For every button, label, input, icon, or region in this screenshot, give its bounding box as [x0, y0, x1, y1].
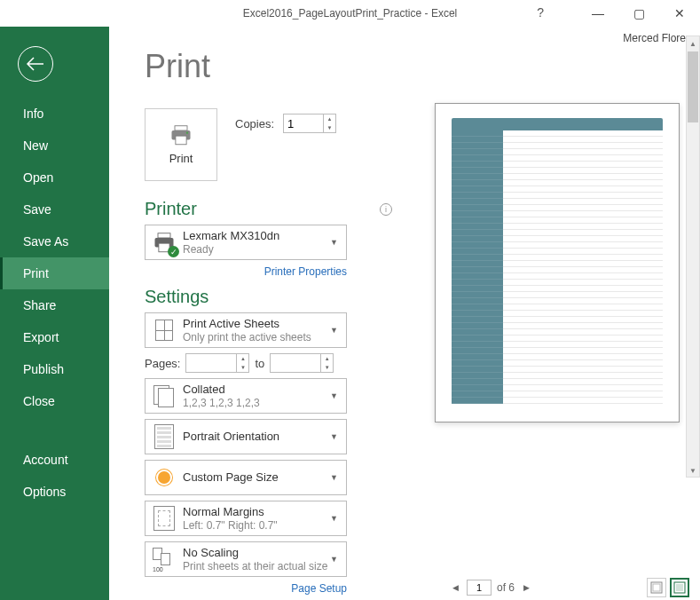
settings-heading: Settings	[145, 287, 208, 307]
orientation-dropdown[interactable]: Portrait Orientation ▼	[145, 419, 347, 454]
help-icon[interactable]: ?	[537, 5, 544, 20]
margins-line2: Left: 0.7" Right: 0.7"	[183, 519, 330, 532]
dropdown-caret-icon: ▼	[330, 432, 341, 441]
page-number-input[interactable]	[467, 580, 492, 596]
nav-options[interactable]: Options	[0, 476, 109, 508]
nav-info[interactable]: Info	[0, 98, 109, 130]
prev-page-button[interactable]: ◀	[449, 581, 461, 594]
minimize-button[interactable]: —	[578, 0, 618, 27]
svg-rect-8	[653, 584, 660, 591]
dropdown-caret-icon: ▼	[330, 391, 341, 400]
nav-save-as[interactable]: Save As	[0, 225, 109, 257]
page-title: Print	[145, 48, 397, 85]
collate-dropdown[interactable]: Collated 1,2,3 1,2,3 1,2,3 ▼	[145, 378, 347, 414]
printer-heading: Printer	[145, 199, 197, 219]
maximize-button[interactable]: ▢	[618, 0, 659, 27]
margins-toggle-icon	[650, 581, 663, 594]
portrait-icon	[154, 424, 174, 449]
pages-from-input[interactable]	[186, 357, 224, 370]
paper-line1: Custom Page Size	[183, 470, 330, 485]
spinner-down-icon[interactable]: ▼	[324, 123, 335, 132]
pages-to-spinner[interactable]: ▲▼	[270, 353, 334, 373]
dropdown-caret-icon: ▼	[330, 326, 341, 335]
scroll-down-icon[interactable]: ▼	[687, 463, 699, 478]
margins-icon	[153, 506, 175, 531]
back-arrow-icon	[26, 56, 45, 72]
printer-dropdown[interactable]: ✓ Lexmark MX310dn Ready ▼	[145, 225, 347, 260]
copies-input[interactable]	[284, 117, 321, 130]
print-what-dropdown[interactable]: Print Active Sheets Only print the activ…	[145, 312, 347, 348]
preview-table-header	[452, 118, 663, 130]
title-bar: Excel2016_PageLayoutPrint_Practice - Exc…	[0, 0, 700, 27]
paper-size-dropdown[interactable]: Custom Page Size ▼	[145, 460, 347, 495]
copies-label: Copies:	[235, 117, 274, 130]
preview-scrollbar[interactable]: ▲ ▼	[686, 36, 700, 478]
preview-row-headers	[452, 130, 503, 404]
printer-ready-check-icon: ✓	[168, 246, 179, 257]
dropdown-caret-icon: ▼	[330, 555, 341, 564]
spinner-up-icon[interactable]: ▲	[324, 114, 335, 123]
preview-data-grid	[503, 130, 663, 404]
nav-close[interactable]: Close	[0, 385, 109, 417]
svg-point-3	[186, 132, 188, 134]
backstage-sidebar: Info New Open Save Save As Print Share E…	[0, 27, 109, 600]
back-button[interactable]	[18, 46, 53, 82]
print-what-line1: Print Active Sheets	[183, 317, 330, 331]
print-button[interactable]: Print	[145, 108, 217, 181]
nav-print[interactable]: Print	[0, 257, 109, 289]
printer-name: Lexmark MX310dn	[183, 229, 330, 243]
orientation-line1: Portrait Orientation	[183, 430, 330, 444]
scroll-up-icon[interactable]: ▲	[687, 36, 699, 51]
dropdown-caret-icon: ▼	[330, 238, 341, 247]
pages-to-input[interactable]	[271, 357, 308, 370]
pages-from-spinner[interactable]: ▲▼	[185, 353, 249, 373]
scaling-line2: Print sheets at their actual size	[183, 560, 330, 572]
print-what-line2: Only print the active sheets	[183, 331, 330, 343]
svg-rect-2	[176, 136, 186, 145]
nav-share[interactable]: Share	[0, 289, 109, 321]
print-button-label: Print	[169, 152, 193, 165]
worksheet-icon	[155, 320, 173, 341]
margins-dropdown[interactable]: Normal Margins Left: 0.7" Right: 0.7" ▼	[145, 501, 347, 536]
custom-size-icon	[158, 471, 170, 484]
printer-icon	[169, 124, 193, 146]
close-button[interactable]: ✕	[659, 0, 700, 27]
scaling-icon: 100	[153, 548, 176, 571]
printer-properties-link[interactable]: Printer Properties	[145, 265, 347, 278]
zoom-page-icon	[673, 581, 686, 594]
zoom-to-page-button[interactable]	[670, 578, 689, 597]
pages-label: Pages:	[145, 357, 180, 370]
collate-icon	[153, 385, 175, 407]
printer-status: Ready	[183, 243, 330, 256]
collate-line2: 1,2,3 1,2,3 1,2,3	[183, 397, 330, 409]
copies-spinner[interactable]: ▲▼	[283, 114, 336, 133]
preview-page	[435, 103, 680, 422]
window-title: Excel2016_PageLayoutPrint_Practice - Exc…	[243, 7, 457, 20]
scaling-line1: No Scaling	[183, 546, 330, 560]
next-page-button[interactable]: ▶	[520, 581, 532, 594]
nav-open[interactable]: Open	[0, 162, 109, 193]
nav-account[interactable]: Account	[0, 444, 109, 476]
collate-line1: Collated	[183, 383, 330, 397]
page-setup-link[interactable]: Page Setup	[145, 582, 347, 595]
svg-rect-10	[676, 584, 683, 591]
scaling-dropdown[interactable]: 100 No Scaling Print sheets at their act…	[145, 541, 347, 577]
nav-export[interactable]: Export	[0, 321, 109, 353]
scroll-thumb[interactable]	[688, 51, 698, 122]
pages-to-label: to	[255, 357, 264, 370]
nav-save[interactable]: Save	[0, 193, 109, 225]
page-total-label: of 6	[497, 581, 515, 594]
dropdown-caret-icon: ▼	[330, 514, 341, 523]
margins-line1: Normal Margins	[183, 505, 330, 519]
dropdown-caret-icon: ▼	[330, 473, 341, 482]
printer-info-icon[interactable]: i	[380, 203, 392, 216]
nav-new[interactable]: New	[0, 130, 109, 162]
show-margins-button[interactable]	[647, 578, 666, 597]
nav-publish[interactable]: Publish	[0, 353, 109, 385]
svg-rect-0	[175, 126, 187, 130]
svg-rect-4	[158, 233, 170, 238]
print-preview-pane: ▲ ▼ ◀ of 6 ▶	[397, 36, 700, 600]
